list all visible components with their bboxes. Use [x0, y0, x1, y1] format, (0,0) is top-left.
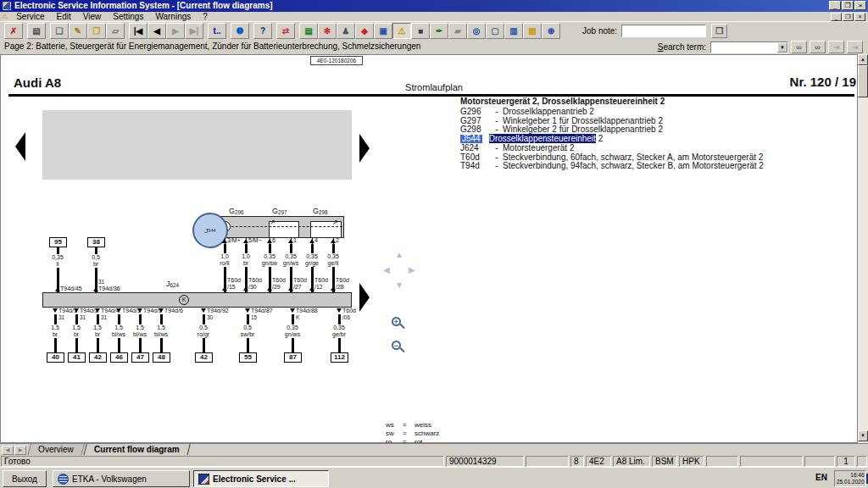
menu-item-view[interactable]: View	[77, 12, 108, 21]
search-term-label: Search term:	[658, 42, 706, 52]
status-cell: Готово	[1, 456, 444, 467]
minimize-button[interactable]: _	[829, 1, 841, 10]
job-note-input[interactable]	[621, 25, 706, 37]
status-cell	[804, 456, 835, 467]
switch-view-button[interactable]: ⇄	[276, 23, 295, 39]
certificate-icon: ▨	[528, 26, 536, 36]
mdi-window-icon: ⚠	[0, 13, 10, 21]
menu-item-service[interactable]: Service	[10, 12, 50, 21]
language-indicator[interactable]: EN	[815, 473, 827, 482]
mdi-window-buttons: _❐×	[831, 13, 865, 21]
scroll-up-icon[interactable]: ▲	[858, 54, 868, 65]
nav-prev-button[interactable]: ◀	[147, 23, 166, 39]
tray-time: 16:46	[837, 472, 865, 479]
toolbar: ✗▤❏✎❒▱|◀◀▶▶|t..❶?⇄▤✻♟◆▣⚠■✒▰◎▢▥▨⊕ Job not…	[0, 21, 868, 40]
job-note-button[interactable]: ❐	[711, 24, 727, 38]
vehicle-data-button[interactable]: ▱	[106, 23, 125, 39]
menu-item-help[interactable]: ?	[197, 12, 214, 21]
open-document-button[interactable]: ❒	[87, 23, 106, 39]
search-person-button[interactable]: ◎	[467, 23, 486, 39]
customer-icon: ♟	[342, 26, 350, 36]
help-key-button[interactable]: ?	[253, 23, 272, 39]
monitor-icon: ■	[418, 26, 423, 36]
tray-clock: 16:46 25.01.2020	[835, 472, 866, 485]
tab-current-flow-diagram[interactable]: Current flow diagram	[83, 444, 190, 456]
marker-button[interactable]: ✒	[430, 23, 448, 39]
current-flow-diagrams-button[interactable]: ⚠	[392, 23, 411, 39]
taskbar: Выход ETKA - VolkswagenElectronic Servic…	[0, 467, 868, 488]
report-icon: ▤	[304, 26, 312, 36]
mdi-close-button[interactable]: ×	[854, 13, 865, 21]
new-document-button[interactable]: ❏	[50, 23, 69, 39]
menu-item-edit[interactable]: Edit	[51, 12, 77, 21]
bookmark-icon: ◆	[361, 26, 368, 36]
search-person-icon: ◎	[473, 26, 481, 36]
edit-document-button[interactable]: ✎	[69, 23, 87, 39]
tray-date: 25.01.2020	[837, 479, 865, 485]
menu-item-warnings[interactable]: Warnings	[149, 12, 197, 21]
window-buttons: _❐×	[829, 1, 866, 10]
status-cell: 8	[570, 456, 584, 467]
window-title: Electronic Service Information System - …	[14, 1, 273, 11]
nav-next-button[interactable]: ▶	[166, 23, 185, 39]
search-down-button[interactable]: ∞	[791, 41, 807, 53]
scrollbar-thumb[interactable]	[858, 65, 868, 97]
tab-label: Overview	[38, 444, 74, 455]
diagram-canvas[interactable]	[0, 54, 858, 443]
customer-button[interactable]: ♟	[337, 23, 355, 39]
new-document-icon: ❏	[56, 26, 64, 36]
search-down-icon: ∞	[796, 43, 801, 52]
current-flow-diagrams-icon: ⚠	[398, 26, 406, 36]
mdi-minimize-button[interactable]: _	[831, 13, 842, 21]
report-button[interactable]: ▤	[299, 23, 318, 39]
chevron-down-icon[interactable]: ▼	[777, 42, 787, 53]
graphics-button[interactable]: ▣	[374, 23, 392, 39]
bookmark-button[interactable]: ◆	[355, 23, 374, 39]
search-term-combobox[interactable]: ▼	[710, 42, 788, 53]
certificate-button[interactable]: ▨	[523, 23, 542, 39]
edit-document-icon: ✎	[75, 26, 81, 36]
text-pages-icon: t..	[214, 26, 221, 36]
search-up-icon: ∞	[815, 43, 820, 52]
tab-overview[interactable]: Overview	[27, 444, 84, 456]
monitor-button[interactable]: ■	[411, 23, 430, 39]
apply-term-all-button[interactable]: ⇥	[847, 41, 863, 53]
print-icon: ▤	[32, 26, 40, 36]
tab-scroll-right-icon[interactable]: ▶	[14, 446, 26, 455]
tray-app-icon[interactable]	[866, 474, 868, 484]
menu-item-settings[interactable]: Settings	[107, 12, 149, 21]
tab-scroll-left-icon[interactable]: ◀	[2, 446, 14, 455]
start-button[interactable]: Выход	[3, 470, 47, 487]
globe-icon	[58, 474, 69, 485]
status-cell: 9000014329	[446, 456, 524, 467]
apply-term-icon: ⇥	[833, 43, 840, 52]
close-button[interactable]: ×	[854, 1, 866, 10]
toolbar-groups: ✗▤❏✎❒▱|◀◀▶▶|t..❶?⇄▤✻♟◆▣⚠■✒▰◎▢▥▨⊕	[0, 23, 560, 39]
parts-catalog-button[interactable]: ✻	[318, 23, 337, 39]
vertical-scrollbar[interactable]: ▲ ▼	[858, 54, 868, 443]
mdi-restore-button[interactable]: ❐	[843, 13, 854, 21]
tabs: OverviewCurrent flow diagram	[29, 444, 190, 456]
scroll-down-icon[interactable]: ▼	[858, 430, 868, 441]
job-note-area: Job note: ❐	[582, 24, 727, 38]
status-cell	[740, 456, 803, 467]
info-button[interactable]: ❶	[231, 23, 249, 39]
text-pages-button[interactable]: t..	[208, 23, 226, 39]
print-button[interactable]: ▤	[27, 23, 46, 39]
taskbar-button-1[interactable]: ETKA - Volkswagen	[53, 470, 190, 487]
taskbar-button-2[interactable]: Electronic Service ...	[193, 470, 329, 487]
apply-term-button[interactable]: ⇥	[828, 41, 844, 53]
online-button[interactable]: ⊕	[542, 23, 560, 39]
page-description: Page 2: Batterie, Steuergerät für Energi…	[4, 42, 420, 51]
vehicle2-icon: ▰	[454, 26, 461, 36]
nav-last-button[interactable]: ▶|	[185, 23, 203, 39]
fax-button[interactable]: ▥	[504, 23, 523, 39]
vehicle2-button[interactable]: ▰	[448, 23, 467, 39]
status-cell: A8 Lim.	[613, 456, 650, 467]
protocol-button[interactable]: ▢	[486, 23, 504, 39]
maximize-button[interactable]: ❐	[842, 1, 854, 10]
nav-first-icon: |◀	[134, 26, 143, 36]
end-service-button[interactable]: ✗	[4, 23, 23, 39]
search-up-button[interactable]: ∞	[810, 41, 826, 53]
nav-first-button[interactable]: |◀	[129, 23, 147, 39]
